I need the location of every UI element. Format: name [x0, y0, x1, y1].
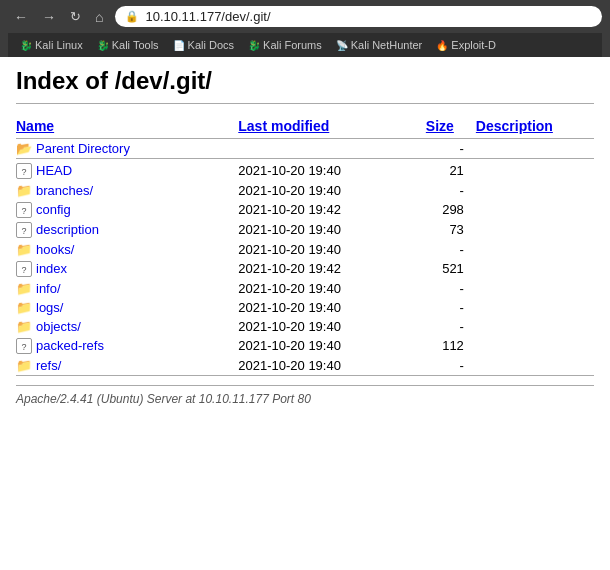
nav-buttons: ← → ↻ ⌂: [8, 7, 109, 27]
column-size[interactable]: Size: [426, 116, 476, 139]
entry-link[interactable]: Parent Directory: [36, 141, 130, 156]
entry-name-cell: ?config: [16, 200, 238, 220]
entry-name-cell: 📁info/: [16, 279, 238, 298]
exploit-db-icon: 🔥: [436, 40, 448, 51]
folder-icon: 📁: [16, 319, 32, 334]
table-row: ?packed-refs2021-10-20 19:40112: [16, 336, 594, 356]
kali-nethunter-icon: 📡: [336, 40, 348, 51]
bookmark-kali-docs[interactable]: 📄 Kali Docs: [167, 37, 240, 53]
page-title: Index of /dev/.git/: [16, 67, 594, 104]
table-row: ?index2021-10-20 19:42521: [16, 259, 594, 279]
entry-desc-cell: [476, 139, 594, 159]
address-bar[interactable]: 🔒 10.10.11.177/dev/.git/: [115, 6, 602, 27]
entry-desc-cell: [476, 356, 594, 376]
entry-date-cell: 2021-10-20 19:40: [238, 220, 426, 240]
folder-icon: 📁: [16, 300, 32, 315]
entry-desc-cell: [476, 259, 594, 279]
entry-link[interactable]: logs/: [36, 300, 63, 315]
entry-link[interactable]: HEAD: [36, 163, 72, 178]
entry-date-cell: 2021-10-20 19:40: [238, 181, 426, 200]
reload-button[interactable]: ↻: [64, 7, 87, 27]
top-bar: ← → ↻ ⌂ 🔒 10.10.11.177/dev/.git/: [8, 6, 602, 27]
entry-link[interactable]: description: [36, 222, 99, 237]
server-footer: Apache/2.4.41 (Ubuntu) Server at 10.10.1…: [16, 385, 594, 406]
folder-icon: 📁: [16, 242, 32, 257]
kali-linux-icon: 🐉: [20, 40, 32, 51]
entry-desc-cell: [476, 317, 594, 336]
kali-docs-icon: 📄: [173, 40, 185, 51]
entry-desc-cell: [476, 181, 594, 200]
entry-desc-cell: [476, 336, 594, 356]
directory-table: Name Last modified Size Description 📂Par…: [16, 116, 594, 377]
bookmark-label: Kali Forums: [263, 39, 322, 51]
lock-icon: 🔒: [125, 10, 139, 23]
table-row: 📁objects/2021-10-20 19:40-: [16, 317, 594, 336]
folder-icon: 📁: [16, 281, 32, 296]
entry-desc-cell: [476, 298, 594, 317]
entry-size-cell: -: [426, 240, 476, 259]
bookmark-kali-forums[interactable]: 🐉 Kali Forums: [242, 37, 328, 53]
column-description[interactable]: Description: [476, 116, 594, 139]
entry-desc-cell: [476, 220, 594, 240]
entry-link[interactable]: hooks/: [36, 242, 74, 257]
bookmarks-bar: 🐉 Kali Linux 🐉 Kali Tools 📄 Kali Docs 🐉 …: [8, 33, 602, 57]
bookmark-kali-nethunter[interactable]: 📡 Kali NetHunter: [330, 37, 429, 53]
back-button[interactable]: ←: [8, 7, 34, 27]
home-button[interactable]: ⌂: [89, 7, 109, 27]
bookmark-exploit-db[interactable]: 🔥 Exploit-D: [430, 37, 502, 53]
table-row: ?description2021-10-20 19:4073: [16, 220, 594, 240]
entry-date-cell: 2021-10-20 19:42: [238, 200, 426, 220]
file-icon: ?: [16, 222, 32, 238]
column-name[interactable]: Name: [16, 116, 238, 139]
bookmark-label: Kali Tools: [112, 39, 159, 51]
folder-icon: 📁: [16, 358, 32, 373]
bookmark-label: Kali Docs: [188, 39, 234, 51]
entry-link[interactable]: info/: [36, 281, 61, 296]
entry-size-cell: 112: [426, 336, 476, 356]
bookmark-kali-linux[interactable]: 🐉 Kali Linux: [14, 37, 89, 53]
entry-date-cell: 2021-10-20 19:40: [238, 279, 426, 298]
entry-date-cell: 2021-10-20 19:40: [238, 336, 426, 356]
entry-link[interactable]: branches/: [36, 183, 93, 198]
entry-date-cell: 2021-10-20 19:40: [238, 298, 426, 317]
entry-date-cell: 2021-10-20 19:40: [238, 161, 426, 181]
entry-size-cell: -: [426, 279, 476, 298]
bookmark-kali-tools[interactable]: 🐉 Kali Tools: [91, 37, 165, 53]
file-icon: ?: [16, 261, 32, 277]
bookmark-label: Kali Linux: [35, 39, 83, 51]
page-content: Index of /dev/.git/ Name Last modified S…: [0, 57, 610, 547]
entry-link[interactable]: config: [36, 202, 71, 217]
table-row: 📁branches/2021-10-20 19:40-: [16, 181, 594, 200]
entry-name-cell: 📁refs/: [16, 356, 238, 376]
entry-size-cell: -: [426, 317, 476, 336]
entry-date-cell: [238, 139, 426, 159]
table-row: ?config2021-10-20 19:42298: [16, 200, 594, 220]
file-icon: ?: [16, 202, 32, 218]
entry-desc-cell: [476, 279, 594, 298]
forward-button[interactable]: →: [36, 7, 62, 27]
entry-name-cell: ?HEAD: [16, 161, 238, 181]
entry-name-cell: 📂Parent Directory: [16, 139, 238, 159]
entry-size-cell: 298: [426, 200, 476, 220]
bookmark-label: Kali NetHunter: [351, 39, 423, 51]
entry-name-cell: 📁logs/: [16, 298, 238, 317]
entry-link[interactable]: objects/: [36, 319, 81, 334]
entry-size-cell: 21: [426, 161, 476, 181]
table-row: 📁refs/2021-10-20 19:40-: [16, 356, 594, 376]
entry-link[interactable]: packed-refs: [36, 338, 104, 353]
entry-link[interactable]: index: [36, 261, 67, 276]
table-row: 📁hooks/2021-10-20 19:40-: [16, 240, 594, 259]
entry-date-cell: 2021-10-20 19:40: [238, 317, 426, 336]
entry-name-cell: 📁hooks/: [16, 240, 238, 259]
entry-name-cell: 📁objects/: [16, 317, 238, 336]
entry-size-cell: -: [426, 298, 476, 317]
table-header-row: Name Last modified Size Description: [16, 116, 594, 139]
url-text: 10.10.11.177/dev/.git/: [145, 9, 270, 24]
entry-desc-cell: [476, 200, 594, 220]
entry-link[interactable]: refs/: [36, 358, 61, 373]
file-icon: ?: [16, 338, 32, 354]
entry-desc-cell: [476, 240, 594, 259]
entry-date-cell: 2021-10-20 19:42: [238, 259, 426, 279]
column-modified[interactable]: Last modified: [238, 116, 426, 139]
entry-size-cell: 521: [426, 259, 476, 279]
